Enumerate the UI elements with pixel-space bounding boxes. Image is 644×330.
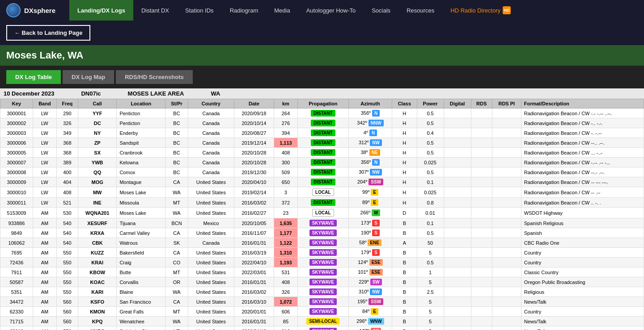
cell-rdspi	[492, 297, 521, 307]
cell-power: 0.01	[417, 208, 444, 218]
cell-azimuth: 137º SE	[348, 326, 392, 330]
nav-item-station-ids[interactable]: Station IDs	[177, 0, 222, 21]
cell-call: YWB	[78, 158, 116, 167]
cell-band: LW	[33, 148, 56, 158]
cell-band: AM	[33, 277, 56, 287]
table-row: 63818 AM 570 KNRS Salt Lake City UT Unit…	[0, 326, 644, 330]
nav-item-media[interactable]: Media	[266, 0, 298, 21]
cell-key: 72436	[0, 258, 33, 267]
cell-band: AM	[33, 287, 56, 297]
nav-item-distant[interactable]: Distant DX	[133, 0, 177, 21]
col-freq: Freq	[56, 99, 78, 109]
tab-dx-log-map[interactable]: DX Log Map	[63, 70, 114, 84]
cell-location: Tijuana	[117, 218, 165, 228]
nav-logo[interactable]: DXsphere	[0, 3, 69, 17]
back-section: ← Back to Landing Page	[0, 21, 644, 45]
cell-band: AM	[33, 307, 56, 317]
cell-km: 531	[274, 267, 297, 277]
col-call: Call	[78, 99, 116, 109]
cell-format: Radionavigation Beacon / CW --.. .--.	[521, 138, 644, 148]
cell-freq: 521	[56, 198, 78, 208]
cell-rds	[471, 267, 492, 277]
cell-azimuth: 296º WNW	[348, 317, 392, 326]
col-digital: Digital	[444, 99, 471, 109]
cell-key: 5351	[0, 287, 33, 297]
table-row: 5351 AM 550 KARI Blaine WA United States…	[0, 287, 644, 297]
cell-class: B	[392, 277, 417, 287]
cell-date: 2020/10/28	[234, 148, 274, 158]
cell-rdspi	[492, 158, 521, 167]
cell-key: 3000001	[0, 109, 33, 118]
col-stpr: St/Pr	[165, 99, 188, 109]
cell-country: Canada	[188, 118, 234, 128]
cell-call: NY	[78, 128, 116, 138]
cell-freq: 368	[56, 148, 78, 158]
cell-rds	[471, 307, 492, 317]
cell-key: 5153009	[0, 208, 33, 218]
cell-prop: SKYWAVE	[297, 307, 348, 317]
cell-azimuth: 190º S	[348, 228, 392, 238]
cell-digital	[444, 148, 471, 158]
cell-band: AM	[33, 238, 56, 248]
nav-item-landing[interactable]: Landing/DX Logs	[69, 0, 133, 21]
col-format: Format/Description	[521, 99, 644, 109]
cell-country: United States	[188, 187, 234, 198]
tab-rds-hd[interactable]: RDS/HD Screenshots	[116, 70, 192, 84]
table-row: 71715 AM 560 KPQ Wenatchee WA United Sta…	[0, 317, 644, 326]
cell-freq: 550	[56, 258, 78, 267]
cell-km: 276	[274, 118, 297, 128]
cell-format: News/Talk	[521, 317, 644, 326]
cell-format: Religious	[521, 287, 644, 297]
cell-rdspi	[492, 138, 521, 148]
table-header-row: Key Band Freq Call Location St/Pr Countr…	[0, 99, 644, 109]
cell-country: Canada	[188, 138, 234, 148]
cell-digital	[444, 158, 471, 167]
cell-stpr: OR	[165, 277, 188, 287]
cell-rdspi	[492, 118, 521, 128]
nav-item-socials[interactable]: Socials	[364, 0, 398, 21]
table-meta: 10 December 2023 DN07ic MOSES LAKE AREA …	[0, 88, 644, 99]
navigation: DXsphere Landing/DX Logs Distant DX Stat…	[0, 0, 644, 21]
cell-band: AM	[33, 258, 56, 267]
cell-km: 650	[274, 177, 297, 187]
cell-call: KBOW	[78, 267, 116, 277]
nav-item-radiogram[interactable]: Radiogram	[222, 0, 267, 21]
cell-key: 62330	[0, 307, 33, 317]
nav-item-resources[interactable]: Resources	[398, 0, 442, 21]
cell-call: KUZZ	[78, 248, 116, 258]
cell-rdspi	[492, 228, 521, 238]
cell-power: 50	[417, 238, 444, 248]
cell-key: 3000002	[0, 118, 33, 128]
back-button[interactable]: ← Back to Landing Page	[6, 25, 90, 41]
cell-key: 933886	[0, 218, 33, 228]
cell-class: H	[392, 198, 417, 208]
cell-rdspi	[492, 148, 521, 158]
cell-prop: SKYWAVE	[297, 277, 348, 287]
cell-format: Radionavigation Beacon / CW -.. -.-.	[521, 118, 644, 128]
cell-date: 2022/03/01	[234, 267, 274, 277]
cell-date: 2016/02/27	[234, 208, 274, 218]
cell-format: Radionavigation Beacon / CW -.-- .-- -..…	[521, 158, 644, 167]
cell-azimuth: 195º SSW	[348, 297, 392, 307]
cell-km: 1,113	[274, 138, 297, 148]
cell-prop: DISTANT	[297, 128, 348, 138]
cell-key: 3000010	[0, 187, 33, 198]
cell-km: 1,072	[274, 297, 297, 307]
nav-item-autologger[interactable]: Autologger How-To	[298, 0, 364, 21]
cell-class: B	[392, 248, 417, 258]
nav-item-hd-radio[interactable]: HD Radio Directory HD	[442, 0, 519, 21]
cell-rds	[471, 248, 492, 258]
cell-rdspi	[492, 248, 521, 258]
cell-country: United States	[188, 258, 234, 267]
cell-country: Canada	[188, 148, 234, 158]
cell-location: Penticton	[117, 118, 165, 128]
cell-prop: DISTANT	[297, 167, 348, 177]
logo-icon	[6, 3, 21, 17]
cell-format: Radionavigation Beacon / CW -. -.--	[521, 128, 644, 138]
cell-key: 106062	[0, 238, 33, 248]
cell-class: B	[392, 228, 417, 238]
cell-class: B	[392, 307, 417, 317]
cell-digital	[444, 128, 471, 138]
tab-dx-log-table[interactable]: DX Log Table	[6, 70, 61, 84]
cell-date: 2016/01/31	[234, 238, 274, 248]
